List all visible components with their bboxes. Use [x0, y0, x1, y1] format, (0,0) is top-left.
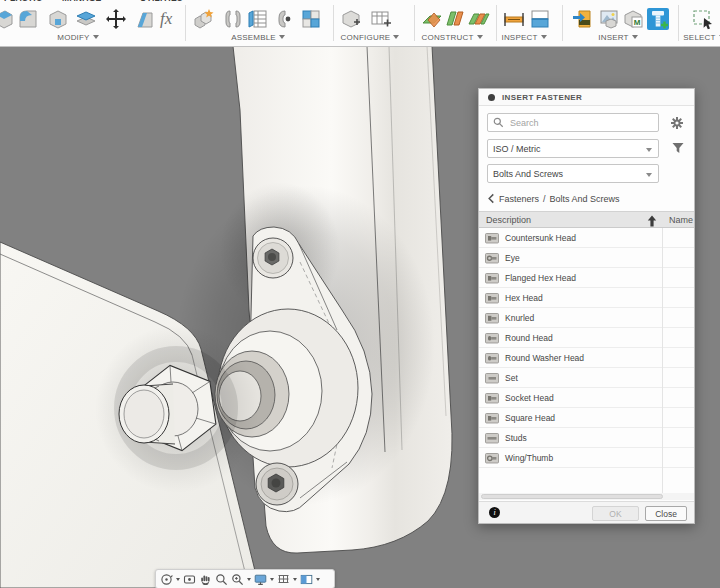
fastener-type-icon — [485, 452, 499, 464]
fastener-type-icon — [485, 412, 499, 424]
viewports-icon[interactable] — [300, 573, 313, 586]
construct-group-label[interactable]: CONSTRUCT — [412, 33, 492, 43]
section-analysis-icon[interactable] — [528, 7, 552, 31]
toolbar-divider — [562, 5, 563, 41]
modify-group-label[interactable]: MODIFY — [38, 33, 118, 43]
breadcrumb-current[interactable]: Bolts And Screws — [550, 194, 620, 204]
dialog-footer: i OK Close — [479, 501, 694, 523]
offset-plane-icon[interactable] — [420, 7, 444, 31]
move-copy-icon[interactable] — [104, 7, 128, 31]
chevron-down-icon — [646, 173, 652, 177]
chevron-down-icon[interactable] — [270, 578, 274, 581]
chevron-down-icon — [632, 35, 638, 39]
column-name[interactable]: Name — [669, 215, 693, 225]
toolbar-divider — [185, 5, 186, 41]
fastener-type-icon — [485, 272, 499, 284]
configuration-table-icon[interactable] — [369, 7, 393, 31]
column-description[interactable]: Description — [486, 215, 531, 225]
insert-svg-icon[interactable] — [571, 7, 595, 31]
tab-utilities[interactable]: UTILITIES — [140, 0, 183, 3]
select-window-icon[interactable] — [691, 7, 715, 31]
chevron-down-icon — [393, 35, 399, 39]
chevron-down-icon[interactable] — [316, 578, 320, 581]
change-parameters-fx-icon[interactable]: fx — [160, 9, 172, 29]
breadcrumb: Fasteners / Bolts And Screws — [487, 192, 620, 205]
bom-icon[interactable] — [246, 7, 270, 31]
horizontal-scrollbar[interactable] — [479, 493, 694, 500]
display-settings-icon[interactable] — [254, 573, 267, 586]
zoom-icon[interactable] — [215, 573, 228, 586]
filter-funnel-icon[interactable] — [671, 141, 685, 155]
orbit-icon[interactable] — [160, 573, 173, 586]
select-group-label[interactable]: SELECT — [664, 33, 720, 43]
new-component-icon[interactable] — [191, 7, 215, 31]
pan-icon[interactable] — [199, 573, 212, 586]
press-pull-icon[interactable] — [0, 7, 15, 31]
fillet-icon[interactable] — [16, 7, 40, 31]
info-icon[interactable]: i — [489, 507, 500, 518]
chevron-down-icon[interactable] — [293, 578, 297, 581]
dialog-titlebar[interactable]: INSERT FASTENER — [479, 89, 694, 106]
shell-icon[interactable] — [46, 7, 70, 31]
breadcrumb-separator: / — [543, 194, 546, 204]
sort-ascending-icon[interactable] — [647, 215, 657, 226]
fastener-type-icon — [485, 432, 499, 444]
inspect-group-label[interactable]: INSPECT — [484, 33, 564, 43]
table-header[interactable]: Description Name — [479, 211, 694, 228]
chevron-down-icon — [477, 35, 483, 39]
model-socket-screw-lower[interactable] — [256, 463, 298, 505]
configure-group-label[interactable]: CONFIGURE — [330, 33, 410, 43]
plane-at-angle-icon[interactable] — [443, 7, 467, 31]
ok-button[interactable]: OK — [592, 506, 639, 521]
assemble-group-label[interactable]: ASSEMBLE — [218, 33, 298, 43]
navigation-toolbar — [155, 569, 335, 588]
insert-mcmaster-icon[interactable]: M — [621, 7, 645, 31]
fastener-type-icon — [485, 232, 499, 244]
tab-plastic[interactable]: PLASTIC — [4, 0, 42, 3]
chevron-down-icon — [646, 148, 652, 152]
insert-group-label[interactable]: INSERT — [578, 33, 658, 43]
grip-dot-icon — [488, 94, 495, 101]
fastener-type-icon — [485, 372, 499, 384]
svg-text:M: M — [634, 18, 641, 27]
scrollbar-thumb[interactable] — [481, 494, 663, 499]
offset-face-icon[interactable] — [74, 7, 98, 31]
standard-dropdown-value: ISO / Metric — [493, 144, 541, 154]
chevron-left-icon[interactable] — [487, 193, 495, 204]
gear-icon[interactable] — [670, 116, 684, 130]
tab-manage[interactable]: MANAGE — [62, 0, 102, 3]
chevron-down-icon[interactable] — [176, 578, 180, 581]
configuration-icon[interactable] — [339, 7, 363, 31]
joint-icon[interactable] — [221, 7, 245, 31]
main-toolbar: PLASTIC MANAGE UTILITIES fx MODIFY ASSEM… — [0, 0, 720, 47]
midplane-icon[interactable] — [466, 7, 490, 31]
chevron-down-icon[interactable] — [247, 578, 251, 581]
model-socket-screw-upper[interactable] — [253, 238, 293, 278]
grid-settings-icon[interactable] — [277, 573, 290, 586]
fastener-type-icon — [485, 392, 499, 404]
chevron-down-icon — [541, 35, 547, 39]
insert-canvas-icon[interactable] — [597, 7, 621, 31]
snap-fit-icon[interactable] — [299, 7, 323, 31]
dialog-title: INSERT FASTENER — [502, 93, 582, 102]
search-icon — [493, 117, 504, 128]
close-button[interactable]: Close — [645, 506, 687, 521]
search-input[interactable] — [487, 113, 659, 132]
column-divider — [662, 228, 663, 493]
insert-fastener-dialog: INSERT FASTENER ISO / Metric Bolts And S… — [478, 88, 695, 524]
category-dropdown[interactable]: Bolts And Screws — [487, 164, 659, 183]
search-field[interactable] — [508, 117, 642, 129]
chevron-down-icon — [93, 35, 99, 39]
breadcrumb-root[interactable]: Fasteners — [499, 194, 539, 204]
insert-fastener-icon[interactable] — [646, 7, 670, 31]
fastener-type-icon — [485, 312, 499, 324]
look-at-icon[interactable] — [183, 573, 196, 586]
fit-icon[interactable] — [231, 573, 244, 586]
fastener-type-icon — [485, 352, 499, 364]
fastener-type-icon — [485, 252, 499, 264]
standard-dropdown[interactable]: ISO / Metric — [487, 139, 659, 158]
joint-origin-icon[interactable] — [273, 7, 297, 31]
measure-icon[interactable] — [502, 7, 526, 31]
draft-icon[interactable] — [133, 7, 157, 31]
fastener-type-icon — [485, 292, 499, 304]
